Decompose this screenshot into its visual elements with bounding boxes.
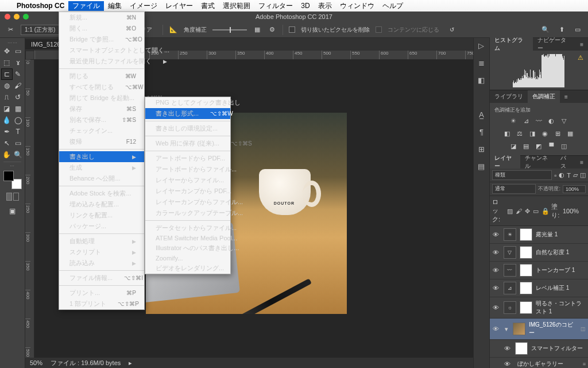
menu-select[interactable]: 選択範囲 [219, 1, 254, 11]
menu-item[interactable]: ビデオをレンダリング... [145, 263, 230, 274]
selective-icon[interactable]: ◫ [559, 143, 568, 151]
hue-icon[interactable]: ◧ [502, 130, 512, 138]
menu-item[interactable]: 最近使用したファイルを開く▶ [59, 56, 144, 67]
close-window-icon[interactable] [5, 14, 10, 20]
layer-row[interactable]: 👁☀露光量 1 [490, 226, 588, 244]
menu-item[interactable]: 読み込み▶ [59, 258, 144, 269]
workspace-icon[interactable]: ▭ [573, 25, 582, 34]
colorbalance-icon[interactable]: ⚖ [515, 130, 524, 138]
menu-item[interactable]: Bridge で参照...⌥⌘O [59, 34, 144, 45]
zoom-tool-icon[interactable]: 🔍 [13, 149, 24, 160]
menu-item[interactable]: リンクを配置... [59, 210, 144, 221]
menu-item[interactable]: 閉じて Bridge を起動...⇧⌘W [59, 93, 144, 103]
menu-item[interactable]: PNG としてクイック書き出し [145, 97, 230, 108]
blur-filter-row[interactable]: 👁ぼかしギャラリー≡ [490, 358, 588, 368]
levels-icon[interactable]: ⊿ [521, 117, 531, 125]
layer-name[interactable]: 自然な彩度 1 [536, 248, 586, 256]
panel-menu-icon[interactable]: ≡ [560, 91, 572, 102]
aspect-ratio-dropdown[interactable]: 1:1 (正方形) [21, 25, 59, 35]
foreground-background-colors[interactable] [3, 171, 22, 189]
menu-file[interactable]: ファイル [68, 1, 104, 11]
character-panel-icon[interactable]: A̲ [476, 109, 486, 120]
blur-tool-icon[interactable]: 💧 [1, 114, 13, 126]
quick-mask-icon[interactable] [6, 193, 20, 203]
menu-item[interactable]: 別名で保存...⇧⌘S [59, 114, 144, 125]
layer-name[interactable]: レベル補正 1 [536, 284, 586, 292]
layer-name[interactable]: IMG_5126のコピー [529, 321, 577, 337]
zoom-level[interactable]: 50% [30, 359, 42, 366]
layer-row[interactable]: 👁☼明るさ・コントラスト 1 [490, 297, 588, 319]
visibility-icon[interactable]: 👁 [492, 304, 500, 311]
filter-options-icon[interactable]: ≡ [583, 361, 586, 367]
play-icon[interactable]: ▷ [476, 40, 486, 51]
delete-pixels-checkbox[interactable] [289, 26, 295, 33]
filter-type-dropdown[interactable]: 種類 [492, 170, 552, 180]
image-layer-row[interactable]: 👁▾IMG_5126のコピー◫ [490, 319, 588, 340]
bw-icon[interactable]: ◨ [528, 130, 537, 138]
layer-row[interactable]: 👁⊿レベル補正 1 [490, 279, 588, 297]
hand-tool-icon[interactable]: ✋ [1, 149, 13, 160]
visibility-icon[interactable]: 👁 [504, 345, 512, 352]
menu-item[interactable]: Adobe Stock を検索... [59, 188, 144, 199]
menu-item[interactable]: ATEM Switcher Media Pool... [145, 233, 230, 243]
menu-item[interactable]: 自動処理▶ [59, 236, 144, 247]
gradient-tool-icon[interactable]: ▦ [13, 103, 24, 114]
reset-crop-icon[interactable]: ↺ [445, 25, 459, 34]
straighten-slider[interactable] [212, 29, 247, 30]
menu-item[interactable]: 埋め込みを配置... [59, 199, 144, 210]
menu-item[interactable]: 復帰F12 [59, 136, 144, 147]
ruler-origin[interactable] [25, 51, 34, 60]
edit-toolbar-icon[interactable]: ⋯ [1, 163, 24, 168]
menu-item[interactable]: 書き出し形式...⌥⇧⌘W [145, 108, 230, 119]
invert-icon[interactable]: ◪ [509, 143, 518, 151]
status-arrow-icon[interactable]: ▸ [129, 359, 132, 367]
type-tool-icon[interactable]: T [13, 126, 24, 137]
filter-smart-icon[interactable]: ◫ [580, 171, 586, 179]
library-tab[interactable]: ライブラリ [490, 90, 528, 103]
zoom-window-icon[interactable] [23, 14, 29, 20]
menu-item[interactable]: 生成▶ [59, 162, 144, 173]
visibility-icon[interactable]: 👁 [492, 285, 500, 292]
menu-item[interactable]: プリント...⌘P [59, 288, 144, 298]
menu-layer[interactable]: レイヤー [161, 1, 197, 11]
gradientmap-icon[interactable]: ▀ [547, 143, 556, 151]
filter-shape-icon[interactable]: ▱ [573, 171, 578, 179]
move-tool-icon[interactable]: ✥ [1, 45, 13, 57]
menu-help[interactable]: ヘルプ [378, 1, 407, 11]
history-brush-tool-icon[interactable]: ↺ [13, 91, 24, 103]
app-name[interactable]: Photoshop CC [13, 2, 68, 10]
menu-item[interactable]: スクリプト▶ [59, 247, 144, 258]
expand-icon[interactable]: ▾ [504, 325, 509, 333]
lock-trans-icon[interactable]: ▨ [507, 208, 513, 214]
lock-all-icon[interactable]: 🔒 [541, 208, 548, 214]
menu-window[interactable]: ウィンドウ [336, 1, 378, 11]
channelmix-icon[interactable]: ⊞ [553, 130, 562, 138]
filter-type-icon[interactable]: T [567, 172, 571, 179]
artboard-tool-icon[interactable]: ▭ [13, 45, 24, 57]
menu-item[interactable]: ファイル情報...⌥⇧⌘I [59, 273, 144, 283]
menu-item[interactable]: Behance へ公開... [59, 173, 144, 184]
path-tool-icon[interactable]: ↖ [1, 137, 13, 149]
marquee-tool-icon[interactable]: ⬚ [1, 57, 13, 68]
panel-grip[interactable]: ⋯⋯ [1, 40, 24, 45]
grid-overlay-icon[interactable]: ▦ [253, 25, 262, 34]
healing-tool-icon[interactable]: ◍ [1, 80, 13, 91]
menu-item[interactable]: カラールックアップテーブル... [145, 208, 230, 218]
pen-tool-icon[interactable]: ✒ [1, 126, 13, 137]
crop-tool-icon[interactable]: ✂ [6, 25, 15, 34]
menu-edit[interactable]: 編集 [104, 1, 126, 11]
fill-input[interactable]: 100% [563, 208, 586, 214]
visibility-icon[interactable]: 👁 [504, 361, 512, 367]
menu-item[interactable]: Zoomify... [145, 254, 230, 263]
photofilter-icon[interactable]: ◉ [540, 130, 550, 138]
menu-item[interactable]: すべてを閉じる⌥⌘W [59, 82, 144, 93]
glyphs-panel-icon[interactable]: ⊞ [476, 144, 486, 154]
screen-mode-icon[interactable]: ▣ [7, 205, 18, 217]
menu-image[interactable]: イメージ [126, 1, 161, 11]
menu-item[interactable]: Web 用に保存 (従来)...⌥⇧⌘S [145, 138, 230, 149]
lock-paint-icon[interactable]: 🖌 [516, 208, 522, 214]
threshold-icon[interactable]: ◩ [534, 143, 543, 151]
paragraph-panel-icon[interactable]: ¶ [476, 126, 486, 137]
history-panel-icon[interactable]: ≣ [476, 57, 486, 68]
shape-tool-icon[interactable]: ▭ [13, 137, 24, 149]
